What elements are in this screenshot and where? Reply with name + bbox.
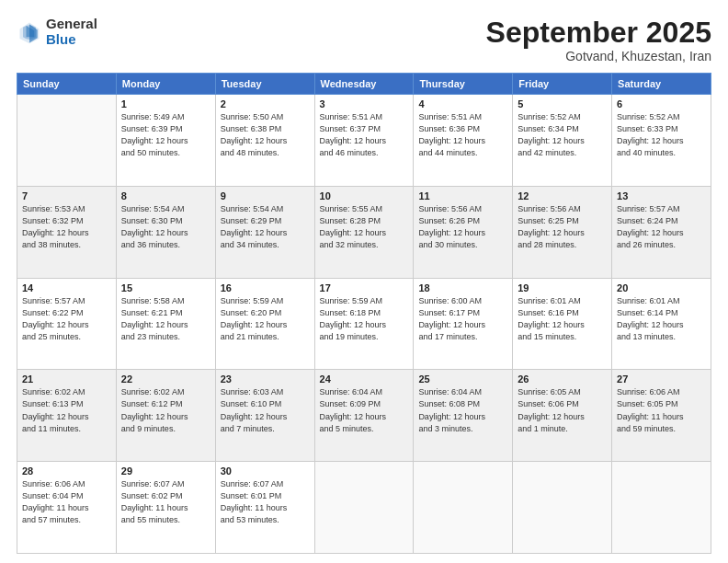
table-row: 27Sunrise: 6:06 AMSunset: 6:05 PMDayligh… [612, 370, 711, 462]
table-row: 12Sunrise: 5:56 AMSunset: 6:25 PMDayligh… [513, 186, 612, 278]
day-info: Sunrise: 6:05 AMSunset: 6:06 PMDaylight:… [518, 386, 607, 434]
table-row: 3Sunrise: 5:51 AMSunset: 6:37 PMDaylight… [314, 95, 414, 187]
calendar-week-row: 14Sunrise: 5:57 AMSunset: 6:22 PMDayligh… [17, 278, 711, 370]
logo-blue-text: Blue [46, 32, 97, 48]
day-number: 1 [121, 98, 210, 109]
day-info: Sunrise: 5:52 AMSunset: 6:33 PMDaylight:… [617, 111, 706, 159]
day-number: 3 [320, 98, 409, 109]
day-info: Sunrise: 5:55 AMSunset: 6:28 PMDaylight:… [320, 203, 409, 251]
table-row [414, 462, 513, 554]
table-row: 20Sunrise: 6:01 AMSunset: 6:14 PMDayligh… [612, 278, 711, 370]
day-info: Sunrise: 5:51 AMSunset: 6:36 PMDaylight:… [418, 111, 507, 159]
header-friday: Friday [513, 74, 612, 95]
table-row: 29Sunrise: 6:07 AMSunset: 6:02 PMDayligh… [116, 462, 215, 554]
table-row: 19Sunrise: 6:01 AMSunset: 6:16 PMDayligh… [513, 278, 612, 370]
day-info: Sunrise: 6:01 AMSunset: 6:16 PMDaylight:… [518, 295, 607, 343]
header-thursday: Thursday [414, 74, 513, 95]
table-row: 11Sunrise: 5:56 AMSunset: 6:26 PMDayligh… [414, 186, 513, 278]
day-number: 16 [221, 282, 310, 293]
table-row: 1Sunrise: 5:49 AMSunset: 6:39 PMDaylight… [116, 95, 215, 187]
day-info: Sunrise: 5:59 AMSunset: 6:20 PMDaylight:… [221, 295, 310, 343]
day-number: 14 [22, 282, 111, 293]
table-row: 28Sunrise: 6:06 AMSunset: 6:04 PMDayligh… [17, 462, 117, 554]
table-row: 24Sunrise: 6:04 AMSunset: 6:09 PMDayligh… [314, 370, 414, 462]
day-info: Sunrise: 6:04 AMSunset: 6:09 PMDaylight:… [320, 386, 409, 434]
calendar-week-row: 7Sunrise: 5:53 AMSunset: 6:32 PMDaylight… [17, 186, 711, 278]
day-info: Sunrise: 6:00 AMSunset: 6:17 PMDaylight:… [418, 295, 507, 343]
location-subtitle: Gotvand, Khuzestan, Iran [486, 49, 711, 63]
day-number: 24 [320, 373, 409, 385]
day-number: 27 [617, 373, 706, 385]
day-number: 10 [320, 190, 409, 201]
day-info: Sunrise: 6:07 AMSunset: 6:02 PMDaylight:… [121, 478, 210, 526]
table-row: 22Sunrise: 6:02 AMSunset: 6:12 PMDayligh… [116, 370, 215, 462]
table-row: 2Sunrise: 5:50 AMSunset: 6:38 PMDaylight… [215, 95, 314, 187]
table-row: 23Sunrise: 6:03 AMSunset: 6:10 PMDayligh… [215, 370, 314, 462]
day-number: 23 [221, 373, 310, 385]
table-row [513, 462, 612, 554]
day-number: 4 [418, 98, 507, 109]
day-info: Sunrise: 5:57 AMSunset: 6:24 PMDaylight:… [617, 203, 706, 251]
table-row [17, 95, 117, 187]
table-row [612, 462, 711, 554]
title-block: September 2025 Gotvand, Khuzestan, Iran [486, 17, 711, 63]
table-row: 25Sunrise: 6:04 AMSunset: 6:08 PMDayligh… [414, 370, 513, 462]
calendar-table: Sunday Monday Tuesday Wednesday Thursday… [17, 73, 711, 554]
day-number: 12 [518, 190, 607, 201]
day-number: 5 [518, 98, 607, 109]
day-info: Sunrise: 6:04 AMSunset: 6:08 PMDaylight:… [418, 386, 507, 434]
day-number: 29 [121, 465, 210, 477]
header-tuesday: Tuesday [215, 74, 314, 95]
day-number: 8 [121, 190, 210, 201]
day-info: Sunrise: 5:58 AMSunset: 6:21 PMDaylight:… [121, 295, 210, 343]
weekday-header-row: Sunday Monday Tuesday Wednesday Thursday… [17, 74, 711, 95]
day-info: Sunrise: 5:57 AMSunset: 6:22 PMDaylight:… [22, 295, 111, 343]
day-info: Sunrise: 6:06 AMSunset: 6:04 PMDaylight:… [22, 478, 111, 526]
table-row: 26Sunrise: 6:05 AMSunset: 6:06 PMDayligh… [513, 370, 612, 462]
day-number: 17 [320, 282, 409, 293]
day-number: 30 [221, 465, 310, 477]
day-number: 11 [418, 190, 507, 201]
table-row: 9Sunrise: 5:54 AMSunset: 6:29 PMDaylight… [215, 186, 314, 278]
day-number: 13 [617, 190, 706, 201]
day-number: 9 [221, 190, 310, 201]
day-number: 6 [617, 98, 706, 109]
month-title: September 2025 [486, 17, 711, 49]
table-row: 7Sunrise: 5:53 AMSunset: 6:32 PMDaylight… [17, 186, 117, 278]
table-row: 8Sunrise: 5:54 AMSunset: 6:30 PMDaylight… [116, 186, 215, 278]
calendar-week-row: 1Sunrise: 5:49 AMSunset: 6:39 PMDaylight… [17, 95, 711, 187]
day-info: Sunrise: 5:52 AMSunset: 6:34 PMDaylight:… [518, 111, 607, 159]
table-row [314, 462, 414, 554]
day-info: Sunrise: 6:02 AMSunset: 6:12 PMDaylight:… [121, 386, 210, 434]
day-number: 2 [221, 98, 310, 109]
day-number: 26 [518, 373, 607, 385]
day-info: Sunrise: 6:03 AMSunset: 6:10 PMDaylight:… [221, 386, 310, 434]
day-info: Sunrise: 5:54 AMSunset: 6:30 PMDaylight:… [121, 203, 210, 251]
day-info: Sunrise: 6:07 AMSunset: 6:01 PMDaylight:… [221, 478, 310, 526]
table-row: 17Sunrise: 5:59 AMSunset: 6:18 PMDayligh… [314, 278, 414, 370]
table-row: 14Sunrise: 5:57 AMSunset: 6:22 PMDayligh… [17, 278, 117, 370]
day-number: 19 [518, 282, 607, 293]
table-row: 5Sunrise: 5:52 AMSunset: 6:34 PMDaylight… [513, 95, 612, 187]
logo-general-text: General [46, 17, 97, 32]
table-row: 16Sunrise: 5:59 AMSunset: 6:20 PMDayligh… [215, 278, 314, 370]
day-info: Sunrise: 5:56 AMSunset: 6:25 PMDaylight:… [518, 203, 607, 251]
logo: General Blue [17, 17, 97, 47]
calendar-week-row: 21Sunrise: 6:02 AMSunset: 6:13 PMDayligh… [17, 370, 711, 462]
day-info: Sunrise: 6:06 AMSunset: 6:05 PMDaylight:… [617, 386, 706, 434]
table-row: 4Sunrise: 5:51 AMSunset: 6:36 PMDaylight… [414, 95, 513, 187]
day-number: 20 [617, 282, 706, 293]
day-info: Sunrise: 6:02 AMSunset: 6:13 PMDaylight:… [22, 386, 111, 434]
day-info: Sunrise: 5:54 AMSunset: 6:29 PMDaylight:… [221, 203, 310, 251]
logo-icon [17, 19, 42, 45]
table-row: 15Sunrise: 5:58 AMSunset: 6:21 PMDayligh… [116, 278, 215, 370]
day-info: Sunrise: 5:51 AMSunset: 6:37 PMDaylight:… [320, 111, 409, 159]
day-number: 7 [22, 190, 111, 201]
table-row: 18Sunrise: 6:00 AMSunset: 6:17 PMDayligh… [414, 278, 513, 370]
day-number: 22 [121, 373, 210, 385]
table-row: 21Sunrise: 6:02 AMSunset: 6:13 PMDayligh… [17, 370, 117, 462]
day-number: 18 [418, 282, 507, 293]
day-number: 28 [22, 465, 111, 477]
day-info: Sunrise: 5:50 AMSunset: 6:38 PMDaylight:… [221, 111, 310, 159]
table-row: 6Sunrise: 5:52 AMSunset: 6:33 PMDaylight… [612, 95, 711, 187]
